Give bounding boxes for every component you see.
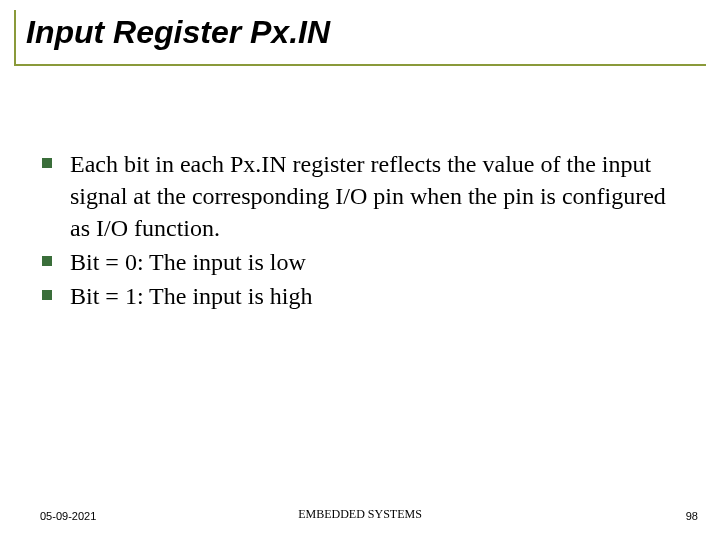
bullet-text: Bit = 1: The input is high — [70, 280, 312, 312]
slide: Input Register Px.IN Each bit in each Px… — [0, 0, 720, 540]
footer-page-number: 98 — [686, 510, 698, 522]
list-item: Bit = 1: The input is high — [42, 280, 690, 312]
footer-title: EMBEDDED SYSTEMS — [0, 507, 720, 522]
square-bullet-icon — [42, 158, 52, 168]
square-bullet-icon — [42, 290, 52, 300]
bullet-text: Bit = 0: The input is low — [70, 246, 306, 278]
bullet-list: Each bit in each Px.IN register reflects… — [42, 148, 690, 314]
list-item: Each bit in each Px.IN register reflects… — [42, 148, 690, 244]
bullet-text: Each bit in each Px.IN register reflects… — [70, 148, 690, 244]
title-container: Input Register Px.IN — [14, 10, 706, 66]
page-title: Input Register Px.IN — [26, 10, 706, 52]
list-item: Bit = 0: The input is low — [42, 246, 690, 278]
square-bullet-icon — [42, 256, 52, 266]
